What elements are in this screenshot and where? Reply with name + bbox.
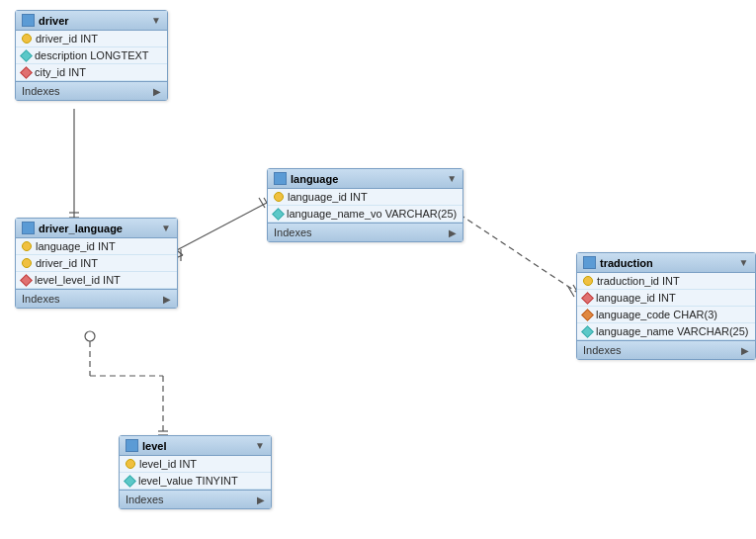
chevron-down-icon[interactable]: ▼ bbox=[161, 223, 171, 233]
table-language-header[interactable]: language ▼ bbox=[268, 169, 462, 189]
table-row: language_code CHAR(3) bbox=[577, 307, 755, 323]
table-icon bbox=[22, 222, 35, 234]
indexes-label: Indexes bbox=[22, 293, 60, 305]
field-name: language_id INT bbox=[36, 240, 116, 252]
field-name: description LONGTEXT bbox=[35, 49, 149, 61]
key-icon bbox=[583, 276, 593, 286]
table-level-title: level bbox=[142, 440, 166, 452]
svg-point-14 bbox=[85, 331, 95, 341]
table-row: level_id INT bbox=[120, 456, 271, 473]
indexes-label: Indexes bbox=[126, 494, 164, 505]
table-icon bbox=[583, 256, 596, 269]
chevron-down-icon[interactable]: ▼ bbox=[739, 257, 749, 268]
table-level-indexes[interactable]: Indexes ▶ bbox=[120, 490, 271, 508]
field-name: language_id INT bbox=[596, 292, 676, 304]
table-row: description LONGTEXT bbox=[16, 47, 167, 64]
diamond-orange-icon bbox=[581, 309, 594, 321]
table-traduction-title: traduction bbox=[600, 257, 653, 269]
table-row: level_level_id INT bbox=[16, 272, 177, 289]
table-driver-header[interactable]: driver ▼ bbox=[16, 11, 167, 31]
diamond-icon bbox=[124, 475, 136, 488]
indexes-arrow-icon: ▶ bbox=[163, 294, 171, 305]
table-row: driver_id INT bbox=[16, 31, 167, 47]
table-level-header[interactable]: level ▼ bbox=[120, 436, 271, 456]
erd-canvas: driver ▼ driver_id INT description LONGT… bbox=[0, 0, 756, 539]
svg-line-7 bbox=[259, 198, 265, 208]
table-driver-title: driver bbox=[39, 15, 69, 27]
table-row: level_value TINYINT bbox=[120, 473, 271, 490]
table-row: language_id INT bbox=[16, 238, 177, 255]
chevron-down-icon[interactable]: ▼ bbox=[151, 15, 161, 26]
table-row: city_id INT bbox=[16, 64, 167, 81]
table-level[interactable]: level ▼ level_id INT level_value TINYINT… bbox=[119, 435, 272, 509]
table-row: driver_id INT bbox=[16, 255, 177, 272]
table-icon bbox=[126, 439, 138, 452]
table-row: traduction_id INT bbox=[577, 273, 755, 290]
table-traduction[interactable]: traduction ▼ traduction_id INT language_… bbox=[576, 252, 756, 360]
table-traduction-indexes[interactable]: Indexes ▶ bbox=[577, 340, 755, 359]
diamond-icon bbox=[20, 49, 33, 62]
field-name: language_id INT bbox=[288, 191, 368, 203]
chevron-down-icon[interactable]: ▼ bbox=[255, 440, 265, 451]
table-row: language_name VARCHAR(25) bbox=[577, 323, 755, 340]
field-name: level_id INT bbox=[139, 458, 197, 470]
key-icon bbox=[22, 258, 32, 268]
table-language-title: language bbox=[291, 173, 338, 185]
diamond-icon bbox=[272, 208, 285, 221]
key-icon bbox=[22, 34, 32, 44]
table-driver-indexes[interactable]: Indexes ▶ bbox=[16, 81, 167, 100]
chevron-down-icon[interactable]: ▼ bbox=[447, 173, 457, 184]
field-name: language_code CHAR(3) bbox=[596, 309, 717, 320]
indexes-label: Indexes bbox=[22, 85, 60, 97]
table-driver-language-indexes[interactable]: Indexes ▶ bbox=[16, 289, 177, 308]
key-icon bbox=[22, 241, 32, 251]
diamond-icon bbox=[581, 325, 594, 338]
table-icon bbox=[22, 14, 35, 27]
table-driver-language-header[interactable]: driver_language ▼ bbox=[16, 219, 177, 238]
table-driver-language-title: driver_language bbox=[39, 223, 123, 234]
field-name: language_name VARCHAR(25) bbox=[596, 325, 749, 337]
svg-line-12 bbox=[568, 287, 574, 297]
indexes-arrow-icon: ▶ bbox=[257, 494, 265, 505]
table-row: language_id INT bbox=[577, 290, 755, 307]
field-name: driver_id INT bbox=[36, 257, 98, 269]
field-name: driver_id INT bbox=[36, 33, 98, 45]
table-icon bbox=[274, 172, 287, 185]
table-language-indexes[interactable]: Indexes ▶ bbox=[268, 223, 462, 241]
diamond-red-icon bbox=[20, 66, 33, 79]
table-row: language_id INT bbox=[268, 189, 462, 206]
indexes-arrow-icon: ▶ bbox=[449, 227, 457, 238]
table-driver[interactable]: driver ▼ driver_id INT description LONGT… bbox=[15, 10, 168, 101]
table-language[interactable]: language ▼ language_id INT language_name… bbox=[267, 168, 463, 242]
field-name: level_value TINYINT bbox=[138, 475, 238, 487]
table-row: language_name_vo VARCHAR(25) bbox=[268, 206, 462, 223]
diamond-red-icon bbox=[581, 292, 594, 305]
key-icon bbox=[274, 192, 284, 202]
key-icon bbox=[126, 459, 135, 469]
table-traduction-header[interactable]: traduction ▼ bbox=[577, 253, 755, 273]
indexes-arrow-icon: ▶ bbox=[153, 86, 161, 97]
indexes-label: Indexes bbox=[583, 344, 622, 356]
indexes-arrow-icon: ▶ bbox=[741, 345, 749, 356]
field-name: city_id INT bbox=[35, 66, 86, 78]
field-name: traduction_id INT bbox=[597, 275, 680, 287]
diamond-red-icon bbox=[20, 274, 33, 287]
indexes-label: Indexes bbox=[274, 226, 312, 238]
field-name: language_name_vo VARCHAR(25) bbox=[287, 208, 457, 220]
field-name: level_level_id INT bbox=[35, 274, 121, 286]
svg-line-3 bbox=[173, 203, 267, 252]
table-driver-language[interactable]: driver_language ▼ language_id INT driver… bbox=[15, 218, 178, 309]
